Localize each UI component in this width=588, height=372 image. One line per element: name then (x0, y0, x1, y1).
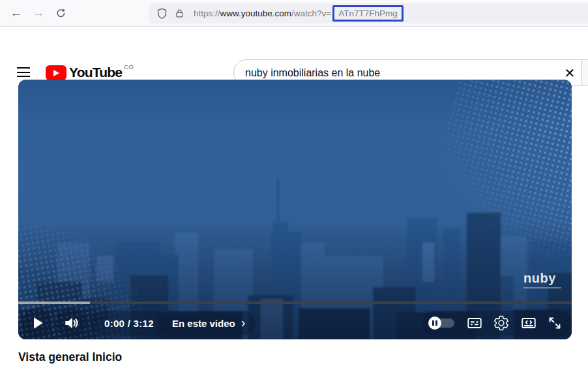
subtitles-button[interactable] (466, 315, 483, 332)
youtube-logo[interactable]: YouTube CO (46, 65, 134, 80)
youtube-play-badge-icon (46, 65, 66, 80)
progress-buffered (18, 302, 90, 304)
gear-icon (493, 315, 510, 332)
video-shade-overlay (18, 80, 572, 339)
play-button[interactable] (22, 308, 52, 338)
autoplay-toggle[interactable] (428, 317, 456, 330)
youtube-region-label: CO (124, 63, 134, 70)
browser-toolbar: ← → https://www.youtube.com/watch?v=A (0, 0, 588, 27)
menu-hamburger-icon[interactable] (17, 67, 30, 80)
url-domain: www.youtube.com (220, 8, 292, 18)
screen: ← → https://www.youtube.com/watch?v=A (0, 0, 588, 372)
lock-icon[interactable] (174, 8, 185, 19)
fullscreen-icon (547, 315, 563, 331)
video-title: Vista general Inicio (18, 350, 122, 364)
youtube-wordmark: YouTube (69, 65, 122, 80)
url-path: /watch?v= (291, 8, 331, 18)
time-display: 0:00 / 3:12 (91, 311, 167, 335)
search-submit-button[interactable] (582, 59, 588, 86)
chevron-right-icon: › (241, 318, 246, 328)
shield-icon[interactable] (156, 7, 168, 20)
browser-address-bar[interactable]: https://www.youtube.com/watch?v=ATn7T7Fh… (149, 3, 588, 23)
video-player[interactable]: nuby 0:00 / 3:12 En este video (18, 80, 572, 339)
settings-button[interactable] (493, 315, 510, 332)
chapter-button[interactable]: En este video › (159, 311, 256, 335)
url-text: https://www.youtube.com/watch?v=ATn7T7Fh… (194, 5, 404, 22)
pause-icon (428, 317, 441, 330)
browser-reload-button[interactable] (50, 3, 72, 23)
youtube-header: YouTube CO ✕ (0, 27, 588, 64)
player-controls: 0:00 / 3:12 En este video › (18, 307, 572, 339)
watermark-tagline (523, 287, 561, 288)
chapter-label: En este video (172, 318, 235, 329)
reload-icon (55, 7, 67, 20)
channel-watermark: nuby (523, 271, 561, 288)
video-id-highlight: ATn7T7FhPmg (332, 5, 404, 22)
play-icon (27, 313, 47, 333)
browser-forward-button[interactable]: → (27, 3, 50, 23)
url-scheme: https:// (194, 8, 220, 18)
fullscreen-button[interactable] (547, 315, 563, 331)
volume-icon (62, 314, 80, 332)
miniplayer-icon (520, 315, 537, 332)
browser-back-button[interactable]: ← (5, 3, 27, 23)
volume-button[interactable] (56, 308, 86, 338)
watermark-text: nuby (523, 271, 556, 285)
progress-bar[interactable] (18, 302, 572, 304)
player-right-controls (422, 311, 572, 335)
subtitles-icon (466, 315, 483, 332)
miniplayer-button[interactable] (520, 315, 537, 332)
